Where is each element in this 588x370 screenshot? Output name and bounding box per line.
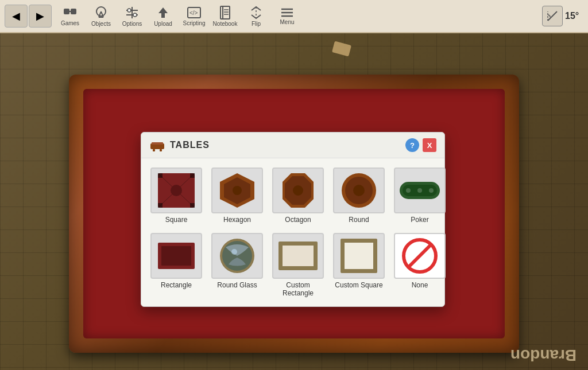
- dialog-close-button[interactable]: X: [423, 138, 436, 152]
- dialog-header: TABLES ? X: [141, 133, 444, 158]
- table-round-glass-label: Round Glass: [217, 281, 257, 289]
- svg-rect-34: [190, 173, 195, 178]
- tables-dialog: TABLES ? X: [141, 132, 445, 307]
- svg-rect-36: [190, 203, 195, 208]
- svg-rect-61: [344, 242, 374, 270]
- table-rectangle-label: Rectangle: [161, 281, 192, 289]
- dialog-title: TABLES: [170, 140, 405, 150]
- svg-point-49: [406, 188, 411, 193]
- table-square-label: Square: [165, 216, 188, 224]
- svg-rect-29: [160, 149, 162, 151]
- svg-rect-27: [152, 142, 163, 145]
- dialog-help-button[interactable]: ?: [405, 138, 419, 152]
- table-custom-rectangle-label: Custom Rectangle: [272, 281, 324, 297]
- svg-line-64: [408, 244, 431, 267]
- svg-rect-58: [282, 245, 314, 267]
- svg-rect-53: [161, 246, 191, 266]
- svg-point-37: [171, 185, 182, 196]
- svg-point-50: [417, 188, 422, 193]
- table-none-preview: [394, 233, 446, 279]
- table-none-label: None: [412, 281, 428, 289]
- svg-rect-33: [158, 173, 163, 178]
- table-item-round[interactable]: Round: [331, 165, 387, 226]
- table-custom-rectangle-preview: [272, 233, 324, 279]
- table-square-preview: [150, 168, 202, 213]
- svg-point-40: [233, 186, 242, 195]
- svg-point-46: [353, 185, 365, 196]
- svg-point-56: [231, 249, 237, 255]
- table-octagon-preview: [272, 168, 324, 213]
- table-hexagon-preview: [211, 168, 263, 213]
- table-item-custom-rectangle[interactable]: Custom Rectangle: [270, 231, 326, 299]
- table-poker-preview: [394, 168, 446, 213]
- svg-point-51: [429, 188, 434, 193]
- table-round-preview: [333, 168, 385, 213]
- table-item-custom-square[interactable]: Custom Square: [331, 231, 387, 299]
- dialog-overlay: TABLES ? X: [0, 0, 588, 370]
- table-rectangle-preview: [150, 233, 202, 279]
- svg-rect-35: [158, 203, 163, 208]
- table-item-hexagon[interactable]: Hexagon: [209, 165, 265, 226]
- table-round-glass-preview: [211, 233, 263, 279]
- table-item-octagon[interactable]: Octagon: [270, 165, 326, 226]
- table-item-poker[interactable]: Poker: [392, 165, 448, 226]
- table-item-round-glass[interactable]: Round Glass: [209, 231, 265, 299]
- table-octagon-label: Octagon: [285, 216, 311, 224]
- svg-point-43: [293, 185, 303, 196]
- table-item-rectangle[interactable]: Rectangle: [148, 231, 204, 299]
- table-item-none[interactable]: None: [392, 231, 448, 299]
- table-hexagon-label: Hexagon: [223, 216, 251, 224]
- svg-rect-28: [153, 149, 155, 151]
- table-item-square[interactable]: Square: [148, 165, 204, 226]
- table-custom-square-label: Custom Square: [335, 281, 382, 289]
- table-round-label: Round: [349, 216, 369, 224]
- dialog-title-icon: [149, 139, 165, 151]
- table-poker-label: Poker: [411, 216, 428, 224]
- table-custom-square-preview: [333, 233, 385, 279]
- dialog-body: Square Hexagon: [141, 158, 444, 306]
